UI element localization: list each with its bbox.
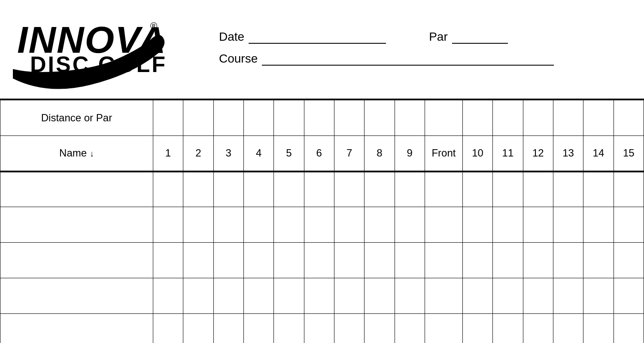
score-1-8[interactable] <box>365 172 395 207</box>
score-3-11[interactable] <box>493 243 523 278</box>
score-2-3[interactable] <box>213 207 243 243</box>
score-3-7[interactable] <box>334 243 364 278</box>
score-5-10[interactable] <box>462 314 492 343</box>
score-3-10[interactable] <box>462 243 492 278</box>
score-5-15[interactable] <box>614 314 644 343</box>
score-5-7[interactable] <box>334 314 364 343</box>
player-name-2[interactable] <box>0 207 153 243</box>
score-1-11[interactable] <box>493 172 523 207</box>
score-4-13[interactable] <box>553 278 583 314</box>
score-3-1[interactable] <box>153 243 183 278</box>
date-par-row: Date Par <box>219 30 635 44</box>
score-2-2[interactable] <box>183 207 213 243</box>
score-5-14[interactable] <box>583 314 614 343</box>
score-4-2[interactable] <box>183 278 213 314</box>
par-input[interactable] <box>452 30 508 44</box>
score-1-front[interactable] <box>425 172 462 207</box>
player-name-1[interactable] <box>0 172 153 207</box>
score-4-11[interactable] <box>493 278 523 314</box>
score-1-13[interactable] <box>553 172 583 207</box>
score-3-8[interactable] <box>365 243 395 278</box>
score-4-front[interactable] <box>425 278 462 314</box>
score-5-13[interactable] <box>553 314 583 343</box>
score-4-4[interactable] <box>243 278 273 314</box>
dist-hole-6 <box>304 100 334 136</box>
score-1-10[interactable] <box>462 172 492 207</box>
score-1-5[interactable] <box>274 172 304 207</box>
score-4-1[interactable] <box>153 278 183 314</box>
score-4-14[interactable] <box>583 278 614 314</box>
score-3-4[interactable] <box>243 243 273 278</box>
course-label: Course <box>219 52 258 66</box>
score-3-13[interactable] <box>553 243 583 278</box>
course-input[interactable] <box>262 51 554 66</box>
score-2-15[interactable] <box>614 207 644 243</box>
score-3-3[interactable] <box>213 243 243 278</box>
score-5-5[interactable] <box>274 314 304 343</box>
svg-text:®: ® <box>150 21 157 31</box>
score-2-6[interactable] <box>304 207 334 243</box>
score-3-front[interactable] <box>425 243 462 278</box>
score-2-9[interactable] <box>395 207 425 243</box>
score-1-1[interactable] <box>153 172 183 207</box>
score-5-6[interactable] <box>304 314 334 343</box>
score-1-6[interactable] <box>304 172 334 207</box>
distance-par-label: Distance or Par <box>0 100 153 136</box>
player-name-4[interactable] <box>0 278 153 314</box>
score-3-5[interactable] <box>274 243 304 278</box>
score-5-front[interactable] <box>425 314 462 343</box>
dist-hole-9 <box>395 100 425 136</box>
player-name-3[interactable] <box>0 243 153 278</box>
dist-hole-11 <box>493 100 523 136</box>
score-2-11[interactable] <box>493 207 523 243</box>
hole-header-8: 8 <box>365 136 395 172</box>
score-3-9[interactable] <box>395 243 425 278</box>
score-5-9[interactable] <box>395 314 425 343</box>
score-5-1[interactable] <box>153 314 183 343</box>
score-1-3[interactable] <box>213 172 243 207</box>
score-2-1[interactable] <box>153 207 183 243</box>
score-4-15[interactable] <box>614 278 644 314</box>
score-5-12[interactable] <box>523 314 553 343</box>
score-1-9[interactable] <box>395 172 425 207</box>
score-1-4[interactable] <box>243 172 273 207</box>
score-2-14[interactable] <box>583 207 614 243</box>
score-2-7[interactable] <box>334 207 364 243</box>
score-2-10[interactable] <box>462 207 492 243</box>
dist-hole-10 <box>462 100 492 136</box>
score-2-front[interactable] <box>425 207 462 243</box>
score-2-13[interactable] <box>553 207 583 243</box>
score-2-8[interactable] <box>365 207 395 243</box>
dist-hole-13 <box>553 100 583 136</box>
score-3-12[interactable] <box>523 243 553 278</box>
score-5-11[interactable] <box>493 314 523 343</box>
score-4-9[interactable] <box>395 278 425 314</box>
score-4-7[interactable] <box>334 278 364 314</box>
score-5-4[interactable] <box>243 314 273 343</box>
score-5-8[interactable] <box>365 314 395 343</box>
score-1-15[interactable] <box>614 172 644 207</box>
score-1-7[interactable] <box>334 172 364 207</box>
score-1-12[interactable] <box>523 172 553 207</box>
dist-hole-2 <box>183 100 213 136</box>
score-3-2[interactable] <box>183 243 213 278</box>
score-5-3[interactable] <box>213 314 243 343</box>
date-input[interactable] <box>249 30 386 44</box>
score-4-6[interactable] <box>304 278 334 314</box>
score-3-6[interactable] <box>304 243 334 278</box>
score-4-12[interactable] <box>523 278 553 314</box>
score-4-3[interactable] <box>213 278 243 314</box>
score-2-4[interactable] <box>243 207 273 243</box>
score-2-12[interactable] <box>523 207 553 243</box>
score-3-15[interactable] <box>614 243 644 278</box>
score-5-2[interactable] <box>183 314 213 343</box>
player-name-5[interactable] <box>0 314 153 343</box>
dist-front <box>425 100 462 136</box>
score-2-5[interactable] <box>274 207 304 243</box>
score-3-14[interactable] <box>583 243 614 278</box>
score-1-2[interactable] <box>183 172 213 207</box>
score-1-14[interactable] <box>583 172 614 207</box>
score-4-10[interactable] <box>462 278 492 314</box>
score-4-5[interactable] <box>274 278 304 314</box>
score-4-8[interactable] <box>365 278 395 314</box>
